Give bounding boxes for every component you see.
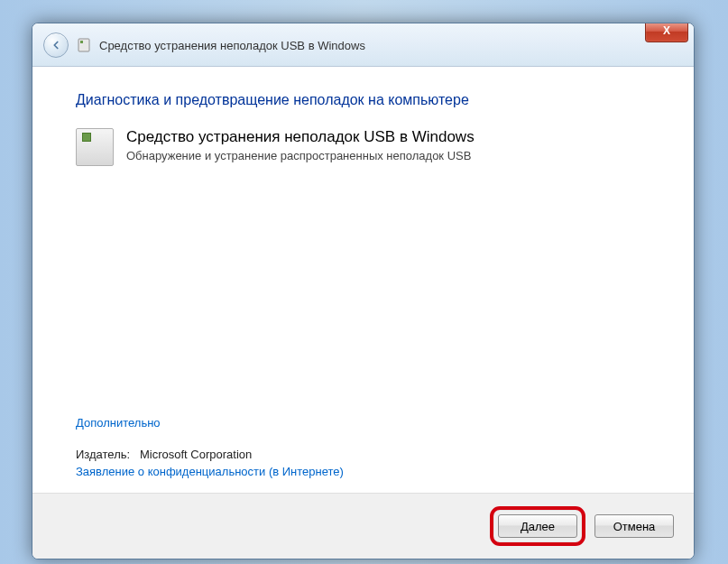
troubleshooter-item: Средство устранения неполадок USB в Wind… bbox=[76, 128, 650, 166]
troubleshooter-window: X Средство устранения неполадок USB в Wi… bbox=[32, 23, 695, 559]
svg-rect-1 bbox=[80, 41, 83, 43]
troubleshooter-title: Средство устранения неполадок USB в Wind… bbox=[126, 128, 475, 146]
cancel-button[interactable]: Отмена bbox=[594, 514, 674, 538]
footer-bar: Далее Отмена bbox=[32, 493, 694, 559]
titlebar: X Средство устранения неполадок USB в Wi… bbox=[32, 23, 694, 67]
privacy-statement-link[interactable]: Заявление о конфиденциальности (в Интерн… bbox=[76, 465, 650, 478]
window-title: Средство устранения неполадок USB в Wind… bbox=[99, 39, 365, 52]
app-icon bbox=[76, 37, 92, 53]
publisher-value: Microsoft Corporation bbox=[140, 448, 252, 461]
svg-rect-0 bbox=[78, 39, 89, 51]
close-button[interactable]: X bbox=[645, 23, 688, 42]
troubleshooter-icon bbox=[76, 128, 114, 166]
content-area: Диагностика и предотвращение неполадок н… bbox=[32, 67, 694, 493]
arrow-left-icon bbox=[50, 39, 62, 51]
publisher-row: Издатель: Microsoft Corporation bbox=[76, 448, 650, 461]
troubleshooter-description: Обнаружение и устранение распространенны… bbox=[126, 149, 475, 162]
next-button[interactable]: Далее bbox=[498, 514, 577, 538]
tutorial-highlight: Далее bbox=[490, 506, 585, 546]
advanced-link[interactable]: Дополнительно bbox=[76, 416, 650, 430]
publisher-label: Издатель: bbox=[76, 448, 130, 461]
page-heading: Диагностика и предотвращение неполадок н… bbox=[76, 92, 650, 108]
back-button[interactable] bbox=[43, 32, 69, 58]
